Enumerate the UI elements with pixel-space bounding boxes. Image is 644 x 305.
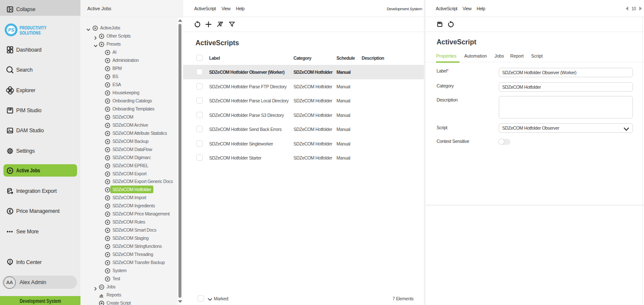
svg-text:€: € [9, 209, 12, 214]
svg-text:PS: PS [8, 27, 14, 32]
